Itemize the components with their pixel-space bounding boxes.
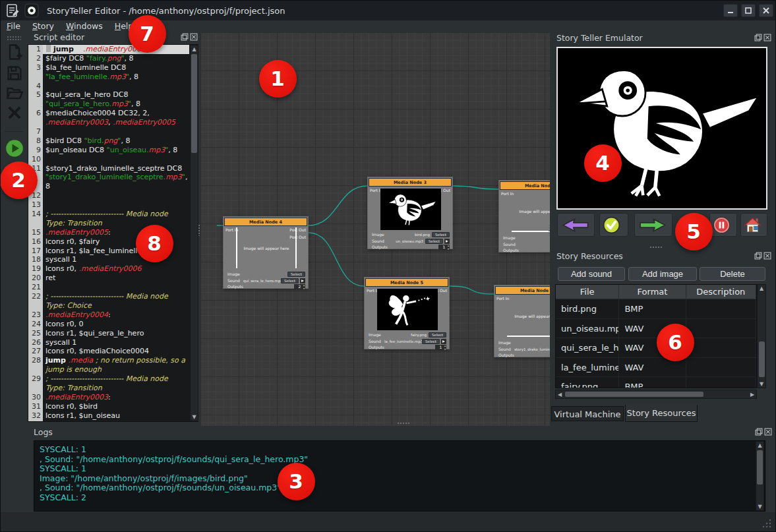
tab-story-resources[interactable]: Story Resources — [625, 405, 698, 422]
scroll-up-icon[interactable]: ▲ — [758, 285, 765, 292]
scrollbar-thumb[interactable] — [565, 392, 703, 397]
code-line[interactable]: ; ---------------------------- Media nod… — [43, 210, 189, 219]
code-line[interactable]: "story1_drako_luminelle_sceptre.mp3", — [43, 173, 189, 182]
pause-button[interactable] — [709, 213, 737, 237]
maximize-button[interactable] — [741, 4, 756, 17]
media-node[interactable]: Media Node 3Port InPort OutImagebird.png… — [367, 177, 453, 249]
code-line[interactable]: $mediaChoice0004 DC32, 2, — [43, 109, 189, 118]
code-line[interactable]: $un_oiseau DC8 "un_oiseau.mp3", 8 — [43, 146, 189, 155]
splitter-bottom[interactable] — [397, 422, 410, 425]
home-button[interactable] — [740, 213, 767, 237]
ok-button[interactable] — [599, 213, 628, 237]
code-line[interactable]: lcons r0, 0 — [43, 320, 189, 329]
float-panel-icon[interactable] — [755, 428, 763, 436]
code-line[interactable]: lcons r0, $mediaChoice0004 — [43, 347, 189, 356]
code-line[interactable]: $la_fee_luminelle DC8 — [43, 63, 189, 73]
delete-button[interactable]: Delete — [700, 267, 765, 281]
code-line[interactable]: $story1_drako_luminelle_sceptre DC8 — [43, 164, 189, 173]
float-panel-icon[interactable] — [181, 33, 189, 41]
select-button[interactable]: Select — [432, 232, 450, 237]
code-line[interactable] — [43, 200, 189, 210]
new-document-button[interactable] — [5, 43, 24, 63]
splitter-right[interactable] — [548, 224, 551, 236]
save-button[interactable] — [5, 64, 24, 84]
media-node[interactable]: Media Node 4Port InPort OutPort OutImage… — [223, 216, 309, 289]
select-button[interactable]: Select — [281, 278, 299, 283]
scroll-down-icon[interactable]: ▼ — [191, 413, 198, 421]
outputs-spinner[interactable]: 1 — [435, 345, 446, 350]
scrollbar-thumb[interactable] — [191, 54, 197, 153]
table-row[interactable]: qui_sera_le_h…WAV — [556, 338, 756, 358]
select-button[interactable]: Select — [287, 272, 305, 277]
code-line[interactable]: syscall 1 — [43, 338, 189, 347]
close-panel-icon[interactable] — [764, 428, 772, 436]
scroll-left-icon[interactable]: ◀ — [556, 390, 564, 398]
code-line[interactable]: $fairy DC8 "fairy.png", 8 — [43, 54, 189, 63]
titlebar[interactable]: StoryTeller Editor - /home/anthony/ostpr… — [1, 1, 776, 20]
resize-grip-icon[interactable] — [762, 519, 771, 528]
resources-table-hscrollbar[interactable]: ◀ ▶ — [555, 390, 757, 399]
code-line[interactable] — [43, 191, 189, 200]
menu-item-file[interactable]: File — [1, 20, 26, 32]
code-line[interactable]: lcons r1, $qui_sera_le_hero — [43, 329, 189, 338]
emulator-grip[interactable] — [649, 246, 663, 249]
code-line[interactable]: "la_fee_luminelle.mp3", 8 — [43, 73, 189, 82]
code-line[interactable]: $qui_sera_le_hero DC8 — [43, 90, 189, 100]
speaker-icon[interactable] — [441, 339, 446, 344]
code-line[interactable]: .mediaEntry0003, .mediaEntry0005 — [43, 118, 189, 127]
next-button[interactable] — [634, 213, 672, 237]
speaker-icon[interactable] — [300, 278, 305, 283]
previous-button[interactable] — [557, 213, 595, 237]
close-button[interactable] — [759, 4, 773, 17]
scroll-up-icon[interactable]: ▲ — [756, 442, 763, 449]
code-line[interactable]: Type: Choice — [43, 301, 189, 310]
code-line[interactable] — [43, 82, 189, 91]
node-canvas[interactable]: Media Node 4Port InPort OutPort OutImage… — [200, 32, 550, 426]
run-button[interactable] — [5, 139, 24, 159]
speaker-icon[interactable] — [444, 239, 450, 244]
code-line[interactable]: lcons r0, $bird — [43, 402, 189, 411]
table-row[interactable]: bird.pngBMP — [556, 299, 756, 319]
logs-scrollbar[interactable]: ▲ ▼ — [756, 441, 764, 511]
code-line[interactable]: 8 — [43, 182, 189, 191]
code-line[interactable]: .mediaEntry0004: — [43, 310, 189, 320]
code-line[interactable]: jump is enough — [43, 365, 189, 374]
code-line[interactable] — [43, 155, 189, 164]
select-button[interactable]: Select — [425, 239, 443, 244]
logs-output[interactable]: SYSCALL: 1, Sound: "/home/anthony/ostpro… — [34, 440, 765, 512]
tab-virtual-machine[interactable]: Virtual Machine — [551, 406, 624, 421]
select-button[interactable]: Select — [422, 339, 440, 344]
code-line[interactable]: jump .mediaEntry0004 — [43, 45, 189, 54]
scrollbar-thumb[interactable] — [759, 341, 765, 377]
resources-table-vscrollbar[interactable]: ▲ ▼ — [757, 284, 766, 388]
code-line[interactable]: jump .media ; no return possible, so a — [43, 356, 189, 365]
code-line[interactable] — [43, 127, 189, 136]
close-panel-icon[interactable] — [190, 33, 198, 41]
add-sound-button[interactable]: Add sound — [558, 267, 625, 281]
code-line[interactable]: .mediaEntry0003: — [43, 393, 189, 402]
column-header-description[interactable]: Description — [686, 285, 756, 299]
media-node[interactable]: Media Node 5Port InPort OutImagefairy.pn… — [364, 277, 450, 349]
code-line[interactable]: ; ---------------------------- Media nod… — [43, 374, 189, 384]
column-header-format[interactable]: Format — [619, 285, 686, 299]
scroll-right-icon[interactable]: ▶ — [748, 390, 756, 398]
close-panel-icon[interactable] — [763, 252, 771, 260]
close-project-button[interactable] — [5, 103, 24, 123]
menu-item-story[interactable]: Story — [26, 20, 60, 32]
script-editor[interactable]: 1234567891011121314151617181920212223242… — [28, 44, 198, 422]
scroll-down-icon[interactable]: ▼ — [756, 503, 763, 510]
float-panel-icon[interactable] — [754, 34, 762, 42]
outputs-spinner[interactable]: 1 — [438, 245, 450, 250]
close-panel-icon[interactable] — [763, 34, 771, 42]
column-header-file[interactable]: File — [556, 285, 619, 299]
code-line[interactable] — [43, 283, 189, 292]
scroll-up-icon[interactable]: ▲ — [191, 45, 198, 53]
code-line[interactable]: "qui_sera_le_hero.mp3", 8 — [43, 100, 189, 109]
minimize-button[interactable] — [723, 4, 738, 17]
media-node[interactable]: Media Node 1Port InPort OutImage will ap… — [498, 180, 550, 252]
scrollbar-thumb[interactable] — [757, 450, 763, 485]
outputs-spinner[interactable]: 2 — [294, 284, 305, 289]
scroll-down-icon[interactable]: ▼ — [758, 380, 765, 388]
code-line[interactable]: Type: Transition — [43, 219, 189, 228]
code-line[interactable]: $bird DC8 "bird.png", 8 — [43, 136, 189, 146]
